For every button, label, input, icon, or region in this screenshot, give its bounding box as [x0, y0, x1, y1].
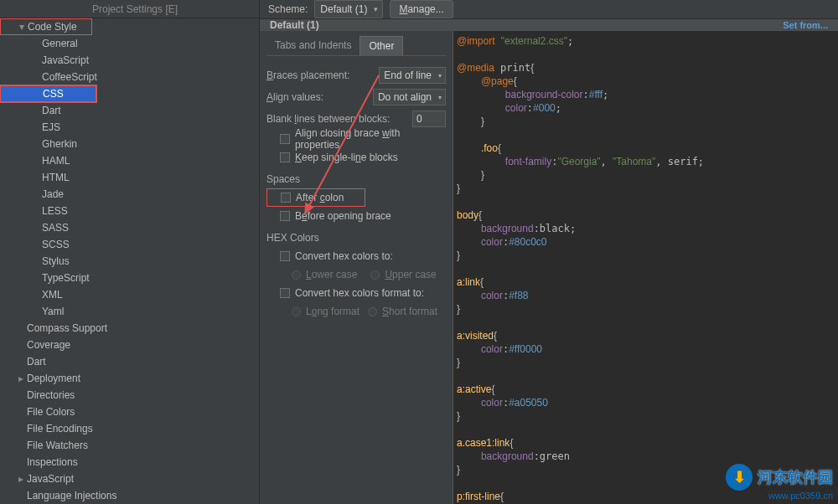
tab-bar: Tabs and Indents Other: [266, 36, 446, 56]
set-from-link[interactable]: Set from...: [783, 20, 828, 30]
checkbox-icon: [280, 211, 290, 221]
braces-label: Braces placement:: [266, 69, 349, 81]
sidebar-item[interactable]: Dart: [0, 353, 259, 370]
scheme-title: Default (1): [270, 19, 319, 31]
checkbox-icon: [281, 193, 291, 203]
code-preview: @import "external2.css"; @media print{ @…: [453, 31, 838, 504]
checkbox-convert-hex[interactable]: Convert hex colors to:: [266, 247, 446, 265]
sidebar-item[interactable]: ▸Deployment: [0, 370, 259, 387]
blank-input[interactable]: [412, 111, 446, 127]
sidebar-item[interactable]: Dart: [0, 102, 259, 119]
watermark: ⬇ 河东软件园 www.pc0359.cn: [726, 464, 833, 501]
sidebar-item[interactable]: File Watchers: [0, 437, 259, 454]
radio-long-format[interactable]: Long format: [266, 302, 360, 321]
checkbox-after-colon[interactable]: After colon: [266, 188, 365, 207]
checkbox-icon: [280, 134, 290, 144]
sidebar-item[interactable]: Directories: [0, 387, 259, 404]
checkbox-icon: [280, 288, 290, 298]
sidebar-item[interactable]: Stylus: [0, 253, 259, 270]
radio-icon: [292, 307, 301, 316]
sidebar-item[interactable]: File Colors: [0, 404, 259, 420]
tab-other[interactable]: Other: [360, 36, 403, 55]
expand-icon: ▸: [15, 471, 27, 487]
sidebar: Project Settings [E] ▾Code StyleGeneralJ…: [0, 0, 260, 504]
scheme-dropdown[interactable]: Default (1): [314, 0, 383, 18]
watermark-icon: ⬇: [726, 464, 753, 491]
radio-upper-case[interactable]: Upper case: [370, 265, 436, 284]
sidebar-item[interactable]: XML: [0, 286, 259, 303]
sidebar-item[interactable]: File Encodings: [0, 420, 259, 437]
align-select[interactable]: Do not align: [373, 89, 446, 105]
hex-group: HEX Colors: [266, 232, 446, 244]
radio-icon: [368, 307, 377, 316]
sidebar-item[interactable]: HTML: [0, 169, 259, 186]
radio-icon: [370, 270, 380, 280]
tab-tabs-and-indents[interactable]: Tabs and Indents: [266, 36, 360, 55]
sidebar-item[interactable]: SCSS: [0, 236, 259, 253]
radio-icon: [292, 270, 301, 280]
manage-button[interactable]: Manage...: [390, 0, 453, 18]
sidebar-item[interactable]: CoffeeScript: [0, 69, 259, 85]
radio-short-format[interactable]: Short format: [368, 302, 437, 321]
sidebar-item[interactable]: Jade: [0, 186, 259, 203]
sidebar-item[interactable]: General: [0, 35, 259, 52]
sidebar-item[interactable]: ▸JavaScript: [0, 471, 259, 487]
sidebar-item[interactable]: ▾Code Style: [0, 18, 92, 35]
checkbox-align-closing[interactable]: Align closing brace with properties: [266, 130, 446, 148]
sidebar-item[interactable]: EJS: [0, 119, 259, 136]
radio-lower-case[interactable]: Lower case: [266, 265, 357, 284]
checkbox-keep-single[interactable]: Keep single-line blocks: [266, 148, 446, 167]
blank-label: Blank lines between blocks:: [266, 113, 390, 125]
sidebar-item[interactable]: LESS: [0, 203, 259, 219]
scheme-label: Scheme:: [268, 3, 308, 15]
align-label: Align values:: [266, 91, 323, 103]
main-panel: Scheme: Default (1) Manage... Default (1…: [260, 0, 838, 504]
checkbox-before-brace[interactable]: Before opening brace: [266, 207, 446, 225]
expand-icon: ▾: [16, 18, 28, 35]
sidebar-item[interactable]: JavaScript: [0, 52, 259, 69]
sidebar-item[interactable]: Inspections: [0, 454, 259, 471]
expand-icon: ▸: [15, 370, 27, 387]
braces-select[interactable]: End of line: [379, 67, 446, 84]
sidebar-item[interactable]: Gherkin: [0, 136, 259, 152]
options-panel: Tabs and Indents Other Braces placement:…: [260, 31, 453, 504]
checkbox-icon: [280, 152, 290, 162]
sidebar-item[interactable]: Yaml: [0, 303, 259, 320]
spaces-group: Spaces: [266, 173, 446, 185]
sidebar-item[interactable]: TypeScript: [0, 270, 259, 286]
sidebar-title: Project Settings [E]: [0, 0, 259, 18]
sidebar-item[interactable]: CSS: [0, 85, 96, 102]
sidebar-item[interactable]: Compass Support: [0, 320, 259, 337]
sidebar-item[interactable]: SASS: [0, 219, 259, 236]
checkbox-icon: [280, 251, 290, 261]
scheme-header: Default (1) Set from...: [260, 19, 838, 31]
sidebar-item[interactable]: Language Injections: [0, 487, 259, 504]
top-bar: Scheme: Default (1) Manage...: [260, 0, 838, 19]
sidebar-item[interactable]: HAML: [0, 152, 259, 169]
sidebar-item[interactable]: Coverage: [0, 337, 259, 353]
checkbox-convert-format[interactable]: Convert hex colors format to:: [266, 284, 446, 302]
